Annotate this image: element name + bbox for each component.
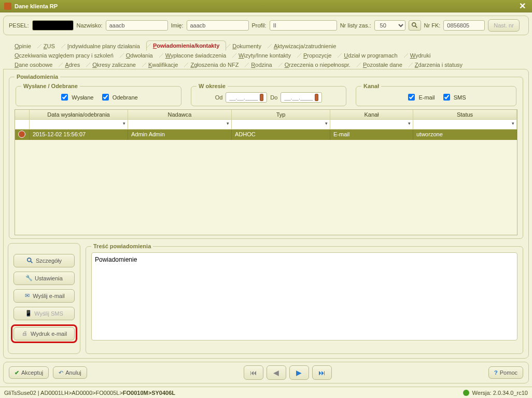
kanal-legend: Kanał: [361, 83, 381, 89]
anuluj-button[interactable]: ↶ Anuluj: [53, 366, 87, 379]
search-button[interactable]: [409, 20, 421, 31]
col-date[interactable]: Data wysłania/odebrania: [30, 110, 128, 120]
ustawienia-button[interactable]: 🔧 Ustawienia: [13, 272, 75, 285]
app-icon: [4, 3, 11, 10]
tab-propozycje[interactable]: Propozycje: [297, 51, 338, 60]
akceptuj-button[interactable]: ✔ Akceptuj: [9, 366, 49, 379]
profil-field[interactable]: [270, 20, 337, 31]
tab-zdarzenia-i-statusy[interactable]: Zdarzenia i statusy: [409, 60, 469, 69]
tab-aktywizacja-zatrudnienie[interactable]: Aktywizacja/zatrudnienie: [268, 41, 342, 51]
grid: Data wysłania/odebrania Nadawca Typ Kana…: [15, 109, 517, 235]
col-icon[interactable]: [15, 110, 30, 120]
filter-date[interactable]: [30, 120, 128, 130]
nrfk-field[interactable]: [443, 20, 485, 31]
tab-okresy-zaliczane[interactable]: Okresy zaliczane: [86, 60, 142, 69]
wyslane-legend: Wysłane / Odebrane: [21, 83, 80, 89]
wyslij-sms-button[interactable]: 📱 Wyślij SMS: [13, 307, 75, 320]
tab-wydruki[interactable]: Wydruki: [404, 51, 437, 60]
tab-zus[interactable]: ZUS: [37, 41, 61, 51]
status-ok-icon: [463, 390, 469, 396]
nrlisty-select[interactable]: 50: [374, 20, 405, 31]
filter-channel[interactable]: [330, 120, 413, 130]
wyslane-group: Wysłane / Odebrane Wysłane Odebrane: [16, 83, 181, 106]
tab-wyp-acone-wiadczenia[interactable]: Wypłacone świadczenia: [159, 51, 232, 60]
tab-odwo-ania[interactable]: Odwołania: [120, 51, 159, 60]
svg-point-2: [27, 258, 31, 262]
col-type[interactable]: Typ: [232, 110, 330, 120]
wydruk-email-button[interactable]: 🖨 Wydruk e-mail: [13, 327, 75, 340]
cell-channel: E-mail: [330, 130, 413, 140]
wyslane-checkbox[interactable]: Wysłane: [59, 92, 93, 102]
cell-sender: Admin Admin: [128, 130, 232, 140]
tab-zg-oszenia-do-nfz[interactable]: Zgłoszenia do NFZ: [184, 60, 245, 69]
table-row[interactable]: 2015-12-02 15:56:07 Admin Admin ADHOC E-…: [15, 130, 517, 140]
tab-dane-osobowe[interactable]: Dane osobowe: [8, 60, 59, 69]
svg-line-1: [415, 26, 417, 28]
pesel-field[interactable]: [32, 20, 74, 31]
message-panel: Treść powiadomienia Powiadomienie: [86, 243, 523, 354]
filter-sender[interactable]: [128, 120, 232, 130]
tab-adres[interactable]: Adres: [59, 60, 86, 69]
header-panel: PESEL: Nazwisko: Imię: Profil: Nr listy …: [3, 16, 529, 35]
grid-header: Data wysłania/odebrania Nadawca Typ Kana…: [15, 110, 517, 120]
pomoc-button[interactable]: ? Pomoc: [488, 366, 523, 379]
mail-icon: ✉: [23, 292, 31, 300]
nastnr-button[interactable]: Nast. nr: [488, 19, 520, 32]
nrfk-label: Nr FK:: [424, 22, 441, 29]
filter-type[interactable]: [232, 120, 330, 130]
calendar-icon: [315, 94, 318, 101]
message-legend: Treść powiadomienia: [91, 243, 153, 249]
tab-dokumenty[interactable]: Dokumenty: [226, 41, 268, 51]
tab-opinie[interactable]: Opinie: [8, 41, 37, 51]
undo-icon: ↶: [59, 369, 63, 376]
wrench-icon: 🔧: [25, 275, 33, 282]
first-icon: ⏮: [250, 368, 257, 377]
nazwisko-field[interactable]: [106, 20, 168, 31]
help-icon: ?: [494, 369, 498, 376]
col-status[interactable]: Status: [413, 110, 517, 120]
tab-wizyty-inne-kontakty[interactable]: Wizyty/Inne kontakty: [232, 51, 297, 60]
window-title: Dane klienta RP: [15, 3, 58, 9]
message-body[interactable]: Powiadomienie: [91, 252, 517, 340]
svg-point-0: [412, 23, 415, 26]
filter-icon: [15, 120, 30, 130]
col-channel[interactable]: Kanał: [330, 110, 413, 120]
cell-status: utworzone: [413, 130, 517, 140]
wokresie-legend: W okresie: [197, 83, 228, 89]
side-buttons: Szczegóły 🔧 Ustawienia ✉ Wyślij e-mail 📱…: [8, 243, 80, 354]
status-version: Wersja: 2.0.34.0_rc10: [472, 390, 528, 396]
email-checkbox[interactable]: E-mail: [406, 92, 435, 102]
imie-label: Imię:: [171, 22, 184, 29]
col-sender[interactable]: Nadawca: [128, 110, 232, 120]
od-date[interactable]: __.__.____: [226, 92, 267, 103]
tab-udzia-w-programach[interactable]: Udział w programach: [338, 51, 403, 60]
tab-rodzina[interactable]: Rodzina: [245, 60, 278, 69]
sms-checkbox[interactable]: SMS: [441, 92, 466, 102]
tab-powiadomienia-kontakty[interactable]: Powiadomienia/kontakty: [146, 40, 226, 51]
szczegoly-button[interactable]: Szczegóły: [13, 254, 75, 267]
odebrane-checkbox[interactable]: Odebrane: [100, 92, 138, 102]
printer-icon: 🖨: [21, 330, 29, 337]
phone-icon: 📱: [25, 310, 32, 317]
powiadomienia-group: Powiadomienia Wysłane / Odebrane Wysłane…: [9, 74, 523, 239]
tab-kwalifikacje[interactable]: Kwalifikacje: [142, 60, 184, 69]
status-bar: GliTsSuse02 | AD0001LH>AD0000>FO0005L>FO…: [0, 387, 532, 398]
nav-last-button[interactable]: ⏭: [312, 365, 332, 380]
tab-pozosta-e-dane[interactable]: Pozostałe dane: [357, 60, 409, 69]
search-icon: [26, 257, 34, 264]
wyslij-email-button[interactable]: ✉ Wyślij e-mail: [13, 289, 75, 303]
grid-body: [15, 140, 517, 235]
filter-status[interactable]: [413, 120, 517, 130]
tab-oczekiwania-wzgl-dem-pracy-i-szkole-[interactable]: Oczekiwania względem pracy i szkoleń: [8, 51, 120, 60]
nav-prev-button[interactable]: ◀: [267, 365, 286, 380]
svg-line-3: [31, 261, 33, 263]
close-icon[interactable]: ✕: [517, 1, 528, 11]
tab-orzeczenia-o-niepe-nospr-[interactable]: Orzeczenia o niepełnospr.: [278, 60, 357, 69]
do-date[interactable]: __.__.____: [281, 92, 322, 103]
nav-next-button[interactable]: ▶: [289, 365, 309, 380]
search-icon: [411, 22, 418, 29]
imie-field[interactable]: [187, 20, 249, 31]
nav-first-button[interactable]: ⏮: [244, 365, 263, 380]
nrlisty-label: Nr listy zas.:: [340, 22, 371, 29]
tab-indywidualne-plany-dzia-ania[interactable]: Indywidualne plany działania: [61, 41, 146, 51]
